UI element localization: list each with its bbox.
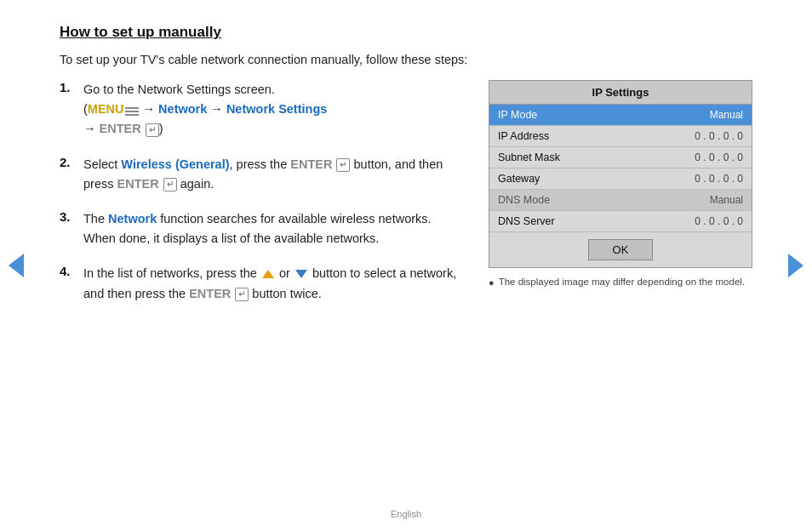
gateway-row: Gateway 0 . 0 . 0 . 0 [489, 168, 752, 190]
page-title: How to set up manually [60, 24, 752, 41]
gateway-value: 0 . 0 . 0 . 0 [695, 173, 743, 185]
network-link-1: Network [158, 102, 207, 116]
intro-text: To set up your TV's cable network connec… [60, 53, 752, 66]
note-text: ● The displayed image may differ dependi… [489, 277, 752, 288]
ip-address-value: 0 . 0 . 0 . 0 [695, 130, 743, 142]
step-4-number: 4. [60, 264, 83, 278]
arrow-up-icon [262, 270, 274, 278]
ip-mode-row: IP Mode Manual [489, 105, 752, 126]
dns-mode-label: DNS Mode [498, 194, 550, 206]
step-2-number: 2. [60, 155, 83, 169]
enter-label-2: ENTER [290, 157, 332, 171]
step-1: 1. Go to the Network Settings screen. (M… [60, 80, 463, 140]
menu-icon [125, 106, 139, 115]
step-3: 3. The Network function searches for ava… [60, 209, 463, 248]
enter-label-4: ENTER [189, 287, 231, 300]
note-content: The displayed image may differ depending… [499, 277, 745, 287]
step-2: 2. Select Wireless (General), press the … [60, 155, 463, 194]
step-3-text: The Network function searches for availa… [83, 209, 463, 248]
enter-label-3: ENTER [117, 177, 159, 191]
step-4: 4. In the list of networks, press the or… [60, 264, 463, 303]
subnet-mask-row: Subnet Mask 0 . 0 . 0 . 0 [489, 147, 752, 168]
ok-button[interactable]: OK [588, 239, 654, 260]
dns-server-label: DNS Server [498, 215, 555, 227]
step-3-number: 3. [60, 209, 83, 224]
note-bullet: ● [489, 277, 495, 288]
ip-mode-label: IP Mode [498, 109, 537, 121]
step-2-text: Select Wireless (General), press the ENT… [83, 155, 463, 194]
ip-address-label: IP Address [498, 130, 549, 142]
arrow-down-icon [295, 270, 307, 278]
note-area: ● The displayed image may differ dependi… [489, 277, 752, 288]
step-1-number: 1. [60, 80, 83, 94]
dns-mode-value: Manual [710, 194, 743, 206]
wireless-general-link: Wireless (General) [121, 157, 229, 171]
nav-arrow-left[interactable] [9, 254, 24, 277]
right-panel: IP Settings IP Mode Manual IP Address 0 … [489, 80, 752, 288]
enter-icon-1: ↵ [146, 123, 159, 137]
network-settings-link: Network Settings [226, 102, 327, 116]
gateway-label: Gateway [498, 173, 540, 185]
steps-area: 1. Go to the Network Settings screen. (M… [60, 80, 463, 319]
step-1-text: Go to the Network Settings screen. (MENU… [83, 80, 327, 140]
enter-icon-4: ↵ [235, 288, 249, 301]
ip-settings-panel: IP Settings IP Mode Manual IP Address 0 … [489, 80, 752, 268]
enter-icon-3: ↵ [163, 178, 177, 191]
ip-address-row: IP Address 0 . 0 . 0 . 0 [489, 126, 752, 147]
step-4-text: In the list of networks, press the or bu… [83, 264, 463, 303]
dns-server-value: 0 . 0 . 0 . 0 [695, 215, 743, 227]
subnet-mask-value: 0 . 0 . 0 . 0 [695, 151, 743, 163]
enter-label-1: ENTER [100, 122, 141, 135]
enter-icon-2: ↵ [336, 158, 350, 172]
ip-settings-title: IP Settings [489, 81, 752, 105]
ok-row: OK [489, 232, 752, 267]
ip-mode-value: Manual [710, 109, 743, 121]
dns-server-row: DNS Server 0 . 0 . 0 . 0 [489, 211, 752, 232]
subnet-mask-label: Subnet Mask [498, 151, 560, 163]
menu-label: MENU [88, 102, 124, 116]
dns-mode-row: DNS Mode Manual [489, 190, 752, 211]
footer-text: English [391, 509, 421, 519]
network-link-2: Network [108, 212, 157, 226]
nav-arrow-right[interactable] [788, 254, 803, 277]
